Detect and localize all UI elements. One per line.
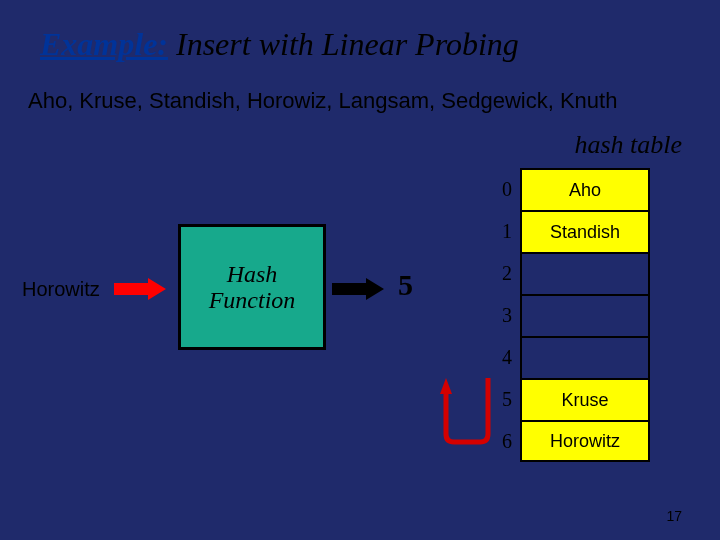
row-cell: Kruse (520, 378, 650, 420)
row-index: 0 (490, 168, 520, 210)
arrow-output-icon (332, 278, 384, 300)
hash-table-caption: hash table (574, 130, 682, 160)
names-line: Aho, Kruse, Standish, Horowiz, Langsam, … (28, 88, 617, 114)
hash-function-label: Hash Function (181, 261, 323, 314)
table-row: 5Kruse (490, 378, 650, 420)
hash-result-value: 5 (398, 268, 413, 302)
table-row: 4 (490, 336, 650, 378)
row-index: 5 (490, 378, 520, 420)
row-cell: Aho (520, 168, 650, 210)
arrow-input-icon (114, 278, 166, 300)
row-cell: Horowitz (520, 420, 650, 462)
row-index: 4 (490, 336, 520, 378)
slide-title: Example: Insert with Linear Probing (40, 26, 519, 63)
input-key-label: Horowitz (22, 278, 100, 301)
row-index: 1 (490, 210, 520, 252)
hash-table: 0Aho1Standish2345Kruse6Horowitz (490, 168, 650, 462)
row-index: 6 (490, 420, 520, 462)
table-row: 6Horowitz (490, 420, 650, 462)
table-row: 2 (490, 252, 650, 294)
table-row: 1Standish (490, 210, 650, 252)
svg-marker-0 (114, 278, 166, 300)
title-prefix: Example: (40, 26, 168, 62)
row-index: 2 (490, 252, 520, 294)
title-rest: Insert with Linear Probing (176, 26, 519, 62)
row-index: 3 (490, 294, 520, 336)
row-cell (520, 294, 650, 336)
row-cell (520, 336, 650, 378)
table-row: 3 (490, 294, 650, 336)
row-cell (520, 252, 650, 294)
svg-marker-2 (440, 378, 452, 394)
probe-arrow-icon (440, 374, 494, 446)
hash-function-box: Hash Function (178, 224, 326, 350)
slide-number: 17 (666, 508, 682, 524)
table-row: 0Aho (490, 168, 650, 210)
svg-marker-1 (332, 278, 384, 300)
row-cell: Standish (520, 210, 650, 252)
